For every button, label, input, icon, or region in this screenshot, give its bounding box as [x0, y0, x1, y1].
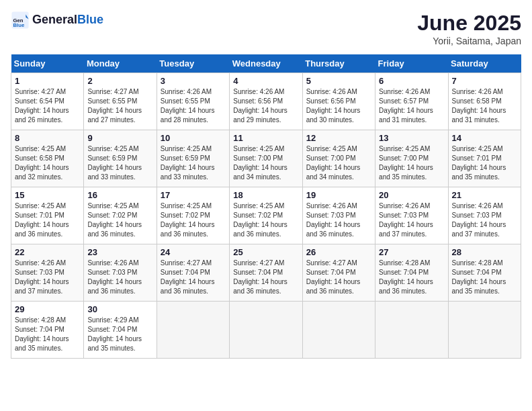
day-info: Sunrise: 4:28 AMSunset: 7:04 PMDaylight:…	[379, 259, 444, 296]
day-number: 27	[379, 247, 444, 257]
day-number: 28	[452, 247, 517, 257]
calendar-day-cell: 17Sunrise: 4:25 AMSunset: 7:02 PMDayligh…	[157, 187, 229, 244]
calendar-day-cell: 12Sunrise: 4:25 AMSunset: 7:00 PMDayligh…	[302, 130, 375, 187]
col-thursday: Thursday	[302, 54, 375, 73]
empty-cell	[375, 302, 448, 359]
empty-cell	[302, 302, 375, 359]
day-info: Sunrise: 4:25 AMSunset: 6:59 PMDaylight:…	[87, 144, 152, 182]
empty-cell	[157, 302, 229, 359]
calendar-day-cell: 5Sunrise: 4:26 AMSunset: 6:56 PMDaylight…	[302, 73, 375, 130]
day-info: Sunrise: 4:28 AMSunset: 7:04 PMDaylight:…	[15, 316, 80, 353]
day-number: 23	[87, 247, 152, 257]
col-wednesday: Wednesday	[230, 54, 302, 73]
logo: Gen Blue GeneralBlue	[11, 11, 103, 30]
day-number: 30	[87, 304, 152, 314]
calendar-day-cell: 30Sunrise: 4:29 AMSunset: 7:04 PMDayligh…	[84, 302, 157, 359]
day-number: 9	[87, 133, 152, 143]
day-info: Sunrise: 4:27 AMSunset: 7:04 PMDaylight:…	[161, 259, 226, 296]
day-number: 2	[87, 76, 152, 86]
day-info: Sunrise: 4:29 AMSunset: 7:04 PMDaylight:…	[87, 316, 152, 353]
calendar-day-cell: 28Sunrise: 4:28 AMSunset: 7:04 PMDayligh…	[448, 244, 521, 302]
calendar-day-cell: 9Sunrise: 4:25 AMSunset: 6:59 PMDaylight…	[84, 130, 157, 187]
calendar-day-cell: 11Sunrise: 4:25 AMSunset: 7:00 PMDayligh…	[230, 130, 302, 187]
calendar-day-cell: 20Sunrise: 4:26 AMSunset: 7:03 PMDayligh…	[375, 187, 448, 244]
day-number: 29	[15, 304, 80, 314]
calendar-week-row: 22Sunrise: 4:26 AMSunset: 7:03 PMDayligh…	[11, 244, 521, 302]
day-number: 3	[161, 76, 226, 86]
calendar-day-cell: 3Sunrise: 4:26 AMSunset: 6:55 PMDaylight…	[157, 73, 229, 130]
calendar-day-cell: 18Sunrise: 4:25 AMSunset: 7:02 PMDayligh…	[230, 187, 302, 244]
page-header: Gen Blue GeneralBlue June 2025 Yorii, Sa…	[11, 11, 521, 46]
day-number: 13	[379, 133, 444, 143]
day-info: Sunrise: 4:27 AMSunset: 7:04 PMDaylight:…	[306, 259, 371, 296]
empty-cell	[448, 302, 521, 359]
calendar-day-cell: 29Sunrise: 4:28 AMSunset: 7:04 PMDayligh…	[11, 302, 84, 359]
calendar-day-cell: 16Sunrise: 4:25 AMSunset: 7:02 PMDayligh…	[84, 187, 157, 244]
day-info: Sunrise: 4:27 AMSunset: 6:54 PMDaylight:…	[15, 87, 80, 125]
svg-text:Blue: Blue	[13, 22, 25, 28]
day-number: 20	[379, 190, 444, 200]
calendar-day-cell: 6Sunrise: 4:26 AMSunset: 6:57 PMDaylight…	[375, 73, 448, 130]
location-subtitle: Yorii, Saitama, Japan	[417, 36, 521, 46]
day-info: Sunrise: 4:26 AMSunset: 6:55 PMDaylight:…	[161, 87, 226, 125]
calendar-day-cell: 27Sunrise: 4:28 AMSunset: 7:04 PMDayligh…	[375, 244, 448, 302]
calendar-day-cell: 24Sunrise: 4:27 AMSunset: 7:04 PMDayligh…	[157, 244, 229, 302]
calendar-day-cell: 26Sunrise: 4:27 AMSunset: 7:04 PMDayligh…	[302, 244, 375, 302]
logo-general-text: GeneralBlue	[32, 13, 103, 27]
empty-cell	[230, 302, 302, 359]
day-info: Sunrise: 4:28 AMSunset: 7:04 PMDaylight:…	[452, 259, 517, 296]
logo-icon: Gen Blue	[11, 11, 30, 30]
day-number: 24	[161, 247, 226, 257]
col-sunday: Sunday	[11, 54, 84, 73]
day-info: Sunrise: 4:26 AMSunset: 7:03 PMDaylight:…	[306, 201, 371, 239]
day-number: 19	[306, 190, 371, 200]
day-info: Sunrise: 4:26 AMSunset: 7:03 PMDaylight:…	[379, 201, 444, 239]
title-section: June 2025 Yorii, Saitama, Japan	[417, 11, 521, 46]
day-info: Sunrise: 4:27 AMSunset: 7:04 PMDaylight:…	[233, 259, 298, 296]
calendar-week-row: 8Sunrise: 4:25 AMSunset: 6:58 PMDaylight…	[11, 130, 521, 187]
calendar-week-row: 1Sunrise: 4:27 AMSunset: 6:54 PMDaylight…	[11, 73, 521, 130]
day-info: Sunrise: 4:25 AMSunset: 7:01 PMDaylight:…	[15, 201, 80, 239]
day-number: 11	[233, 133, 298, 143]
col-friday: Friday	[375, 54, 448, 73]
day-info: Sunrise: 4:26 AMSunset: 6:57 PMDaylight:…	[379, 87, 444, 125]
day-number: 17	[161, 190, 226, 200]
day-number: 6	[379, 76, 444, 86]
day-info: Sunrise: 4:26 AMSunset: 7:03 PMDaylight:…	[87, 259, 152, 296]
calendar-day-cell: 14Sunrise: 4:25 AMSunset: 7:01 PMDayligh…	[448, 130, 521, 187]
calendar-header-row: Sunday Monday Tuesday Wednesday Thursday…	[11, 54, 521, 73]
calendar-day-cell: 25Sunrise: 4:27 AMSunset: 7:04 PMDayligh…	[230, 244, 302, 302]
day-info: Sunrise: 4:27 AMSunset: 6:55 PMDaylight:…	[87, 87, 152, 125]
day-info: Sunrise: 4:26 AMSunset: 6:56 PMDaylight:…	[306, 87, 371, 125]
day-info: Sunrise: 4:26 AMSunset: 7:03 PMDaylight:…	[15, 259, 80, 296]
day-info: Sunrise: 4:25 AMSunset: 7:00 PMDaylight:…	[233, 144, 298, 182]
calendar-day-cell: 1Sunrise: 4:27 AMSunset: 6:54 PMDaylight…	[11, 73, 84, 130]
calendar-day-cell: 15Sunrise: 4:25 AMSunset: 7:01 PMDayligh…	[11, 187, 84, 244]
day-info: Sunrise: 4:26 AMSunset: 7:03 PMDaylight:…	[452, 201, 517, 239]
calendar-week-row: 15Sunrise: 4:25 AMSunset: 7:01 PMDayligh…	[11, 187, 521, 244]
calendar-day-cell: 13Sunrise: 4:25 AMSunset: 7:00 PMDayligh…	[375, 130, 448, 187]
calendar-day-cell: 7Sunrise: 4:26 AMSunset: 6:58 PMDaylight…	[448, 73, 521, 130]
day-number: 15	[15, 190, 80, 200]
day-number: 12	[306, 133, 371, 143]
day-number: 8	[15, 133, 80, 143]
day-info: Sunrise: 4:25 AMSunset: 7:02 PMDaylight:…	[161, 201, 226, 239]
calendar-day-cell: 2Sunrise: 4:27 AMSunset: 6:55 PMDaylight…	[84, 73, 157, 130]
day-number: 7	[452, 76, 517, 86]
day-number: 5	[306, 76, 371, 86]
day-number: 4	[233, 76, 298, 86]
month-title: June 2025	[417, 11, 521, 36]
day-info: Sunrise: 4:25 AMSunset: 7:00 PMDaylight:…	[379, 144, 444, 182]
calendar-day-cell: 8Sunrise: 4:25 AMSunset: 6:58 PMDaylight…	[11, 130, 84, 187]
day-number: 25	[233, 247, 298, 257]
calendar-week-row: 29Sunrise: 4:28 AMSunset: 7:04 PMDayligh…	[11, 302, 521, 359]
day-info: Sunrise: 4:25 AMSunset: 6:59 PMDaylight:…	[161, 144, 226, 182]
calendar-day-cell: 4Sunrise: 4:26 AMSunset: 6:56 PMDaylight…	[230, 73, 302, 130]
day-info: Sunrise: 4:25 AMSunset: 7:00 PMDaylight:…	[306, 144, 371, 182]
day-number: 21	[452, 190, 517, 200]
calendar-day-cell: 19Sunrise: 4:26 AMSunset: 7:03 PMDayligh…	[302, 187, 375, 244]
day-number: 14	[452, 133, 517, 143]
col-saturday: Saturday	[448, 54, 521, 73]
calendar-day-cell: 23Sunrise: 4:26 AMSunset: 7:03 PMDayligh…	[84, 244, 157, 302]
calendar-day-cell: 10Sunrise: 4:25 AMSunset: 6:59 PMDayligh…	[157, 130, 229, 187]
